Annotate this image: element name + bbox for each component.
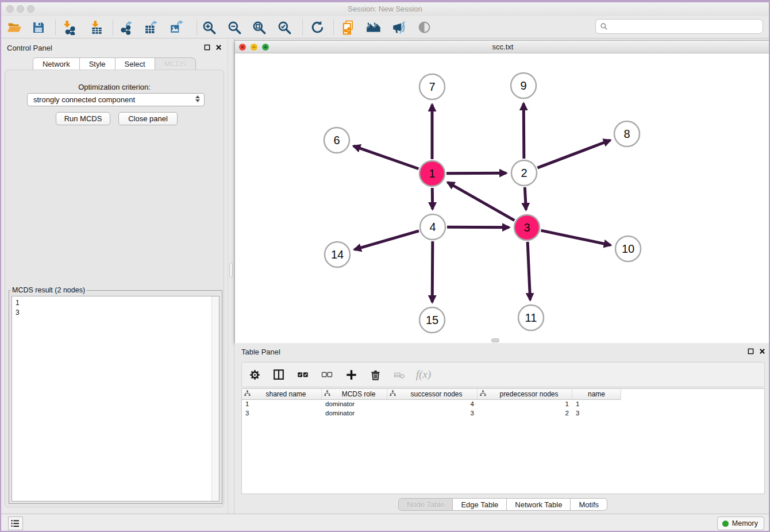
mcds-result-title: MCDS result (2 nodes) (10, 286, 87, 294)
network-canvas[interactable]: 7968124314101511 (235, 53, 770, 343)
close-panel-button[interactable]: Close panel (118, 112, 178, 125)
toolbar-separator (302, 20, 303, 35)
tab-network-table[interactable]: Network Table (507, 498, 571, 511)
tab-select[interactable]: Select (116, 57, 155, 70)
function-builder-icon: f(x) (415, 367, 432, 383)
graph-edge-4-15[interactable] (432, 241, 433, 302)
graph-edge-2-8[interactable] (537, 140, 610, 168)
application-window: Session: New Session (0, 0, 770, 532)
select-all-icon[interactable] (295, 367, 311, 383)
criterion-value: strongly connected component (33, 95, 135, 104)
graph-node-3[interactable]: 3 (514, 215, 540, 240)
mcds-panel-body: Optimization criterion: strongly connect… (5, 70, 224, 507)
graph-node-8[interactable]: 8 (614, 121, 640, 147)
task-history-button[interactable] (8, 516, 23, 530)
close-panel-icon[interactable] (759, 348, 765, 354)
tab-edge-table[interactable]: Edge Table (453, 498, 507, 511)
toolbar-separator (113, 20, 113, 35)
criterion-dropdown[interactable]: strongly connected component (27, 93, 205, 106)
table-panel: Table Panel (234, 343, 770, 514)
zoom-in-icon[interactable] (198, 18, 220, 37)
hide-annotations-icon[interactable] (388, 18, 410, 37)
graph-node-1[interactable]: 1 (419, 161, 445, 186)
graph-node-9[interactable]: 9 (511, 73, 536, 98)
deselect-all-icon[interactable] (319, 367, 335, 383)
tab-node-table[interactable]: Node Table (398, 498, 453, 511)
export-table-icon[interactable] (140, 18, 162, 37)
graph-edge-3-11[interactable] (528, 242, 530, 300)
home-icon[interactable] (363, 18, 384, 37)
tab-mcds[interactable]: MCDS (155, 57, 196, 70)
column-header-predecessor-nodes[interactable]: predecessor nodes (478, 389, 572, 400)
table-row[interactable]: 1 dominator 4 1 1 (242, 400, 764, 409)
import-network-icon[interactable] (58, 18, 80, 37)
result-scrollbar[interactable] (211, 296, 219, 501)
export-network-icon[interactable] (116, 18, 137, 37)
graph-edge-1-6[interactable] (353, 146, 418, 169)
search-field[interactable] (595, 19, 763, 34)
add-column-icon[interactable] (343, 367, 359, 383)
graph-node-11[interactable]: 11 (518, 305, 544, 330)
graph-node-4[interactable]: 4 (420, 214, 445, 240)
status-bar: Memory (1, 514, 769, 532)
optimization-criterion-label: Optimization criterion: (5, 83, 224, 91)
duplicate-network-icon[interactable] (337, 18, 359, 37)
network-window-titlebar[interactable]: scc.txt (235, 41, 770, 53)
splitter-handle[interactable] (229, 263, 233, 277)
graph-node-14[interactable]: 14 (325, 242, 350, 267)
show-graphics-details-icon[interactable] (413, 18, 435, 37)
float-panel-icon[interactable] (204, 44, 210, 51)
title-bar: Session: New Session (1, 2, 769, 16)
network-hscrollbar-thumb[interactable] (491, 338, 499, 342)
table-panel-tabs: Node Table Edge Table Network Table Moti… (234, 498, 770, 511)
open-session-icon[interactable] (3, 18, 25, 37)
float-panel-icon[interactable] (748, 348, 754, 354)
close-panel-icon[interactable] (215, 44, 222, 51)
run-mcds-button[interactable]: Run MCDS (56, 112, 110, 125)
zoom-fit-icon[interactable] (248, 18, 270, 37)
tab-style[interactable]: Style (80, 57, 116, 70)
graph-edge-3-10[interactable] (541, 230, 610, 245)
search-input[interactable] (611, 22, 763, 30)
memory-button[interactable]: Memory (717, 516, 764, 530)
graph-node-15[interactable]: 15 (419, 307, 445, 333)
column-header-successor-nodes[interactable]: successor nodes (387, 389, 478, 400)
show-columns-icon[interactable] (271, 367, 287, 383)
table-settings-gear-icon[interactable] (247, 367, 263, 383)
column-header-name[interactable]: name (572, 389, 621, 400)
column-header-shared-name[interactable]: shared name (242, 389, 322, 400)
result-line: 3 (16, 308, 219, 318)
graph-edge-3-1[interactable] (448, 182, 514, 220)
result-line: 1 (16, 298, 219, 308)
svg-text:2: 2 (521, 167, 527, 179)
panel-splitter[interactable] (228, 38, 234, 514)
graph-edge-4-3[interactable] (447, 227, 509, 228)
toolbar-separator (197, 20, 197, 35)
app-title: Session: New Session (1, 5, 769, 13)
network-window-title: scc.txt (235, 43, 770, 51)
apply-preferred-layout-icon[interactable] (306, 18, 328, 37)
column-header-mcds-role[interactable]: MCDS role (322, 389, 387, 400)
network-graph[interactable]: 7968124314101511 (235, 53, 770, 343)
zoom-out-icon[interactable] (224, 18, 245, 37)
graph-node-2[interactable]: 2 (511, 160, 537, 186)
graph-edge-4-14[interactable] (355, 231, 419, 249)
column-type-icon (244, 390, 251, 398)
tab-network[interactable]: Network (33, 57, 80, 70)
delete-table-icon (391, 367, 407, 383)
graph-node-10[interactable]: 10 (615, 236, 641, 261)
delete-column-trash-icon[interactable] (367, 367, 383, 383)
graph-node-7[interactable]: 7 (419, 74, 445, 99)
zoom-selected-icon[interactable] (274, 18, 295, 37)
graph-edge-1-2[interactable] (446, 173, 506, 174)
save-session-icon[interactable] (28, 18, 49, 37)
export-image-icon[interactable] (165, 18, 187, 37)
tab-motifs[interactable]: Motifs (571, 498, 607, 511)
graph-edge-2-9[interactable] (523, 103, 524, 159)
import-table-icon[interactable] (86, 18, 107, 37)
mcds-result-text[interactable]: 1 3 (11, 296, 220, 502)
table-row[interactable]: 3 dominator 3 2 3 (242, 409, 764, 418)
svg-text:8: 8 (623, 128, 630, 140)
graph-edge-2-3[interactable] (525, 187, 526, 210)
graph-node-6[interactable]: 6 (324, 128, 349, 153)
